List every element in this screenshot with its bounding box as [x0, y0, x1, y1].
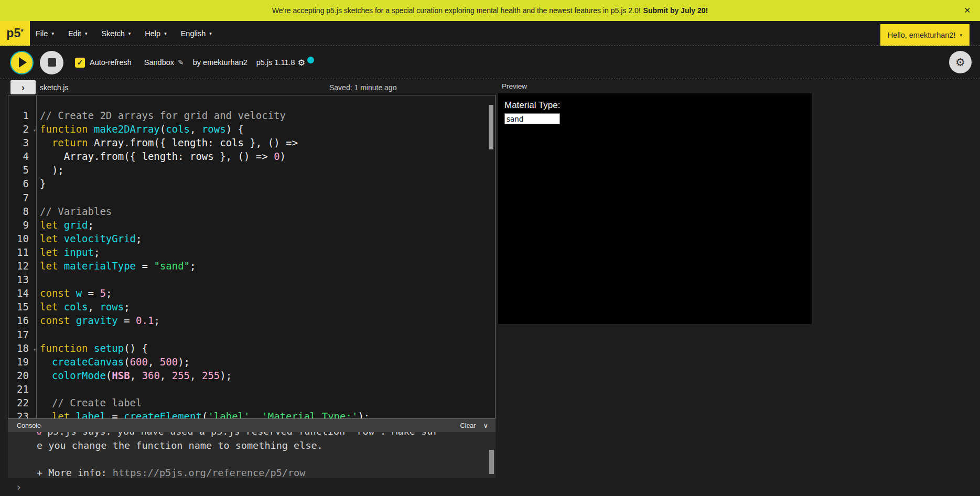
line-number: 20	[8, 369, 36, 382]
reference-link[interactable]: https://p5js.org/reference/p5/row	[113, 467, 306, 478]
chevron-down-icon: ▾	[51, 31, 54, 36]
line-number: 5	[8, 163, 36, 177]
console-message-line: + More info: https://p5js.org/reference/…	[37, 466, 496, 478]
line-number: 6	[8, 177, 36, 190]
check-icon: ✓	[77, 58, 83, 67]
p5-version: p5.js 1.11.8	[256, 58, 295, 67]
console-message-line: ✿ p5.js says: you have used a p5.js rese…	[37, 432, 496, 439]
code-line: 18▾function setup() {	[8, 341, 495, 355]
code-line: 14const w = 5;	[8, 286, 495, 300]
gear-icon: ⚙	[955, 56, 965, 69]
preview-title: Preview	[502, 82, 527, 90]
play-button[interactable]	[10, 51, 34, 74]
code-line: 5 );	[8, 163, 495, 177]
stop-icon	[48, 58, 56, 67]
code-line: 2▾function make2DArray(cols, rows) {	[8, 122, 495, 136]
chevron-down-icon: ▾	[128, 31, 131, 36]
auto-refresh-checkbox[interactable]: ✓	[75, 58, 85, 68]
line-number: 13	[8, 273, 36, 286]
line-number: 15	[8, 300, 36, 314]
code-line: 3 return Array.from({ length: cols }, ()…	[8, 136, 495, 149]
line-number: 18▾	[8, 341, 36, 355]
code-line: 16const gravity = 0.1;	[8, 314, 495, 327]
console-output[interactable]: ✿ p5.js says: you have used a p5.js rese…	[8, 432, 496, 478]
chevron-down-icon: ▾	[164, 31, 167, 36]
menu-items: File▾Edit▾Sketch▾Help▾English▾	[36, 21, 226, 46]
code-line: 20 colorMode(HSB, 360, 255, 255);	[8, 369, 495, 382]
project-owner: by emekturhan2	[193, 58, 247, 67]
code-line: 13	[8, 273, 495, 286]
chevron-down-icon: ▾	[960, 33, 962, 38]
code-line: 8// Variables	[8, 204, 495, 218]
code-line: 21	[8, 382, 495, 396]
chevron-right-icon: ›	[21, 82, 25, 93]
sketch-toolbar: ✓ Auto-refresh Sandbox ✎ by emekturhan2 …	[0, 46, 980, 79]
code-line: 4 Array.from({ length: rows }, () => 0)	[8, 149, 495, 163]
p5-logo[interactable]: p5*	[0, 21, 30, 46]
code-line: 12let materialType = "sand";	[8, 259, 495, 273]
edit-project-name-icon[interactable]: ✎	[178, 58, 184, 67]
code-line: 11let input;	[8, 245, 495, 259]
version-settings-gear-icon[interactable]: ⚙	[298, 58, 305, 68]
console-message-line: e you change the function name to someth…	[37, 439, 496, 452]
line-number: 12	[8, 259, 36, 273]
line-number: 17	[8, 328, 36, 341]
menu-item-sketch[interactable]: Sketch▾	[101, 29, 131, 38]
line-number: 7	[8, 191, 36, 204]
line-number: 14	[8, 286, 36, 300]
auto-refresh-label: Auto-refresh	[90, 58, 132, 67]
console-header: Console Clear ∨	[8, 419, 496, 432]
close-icon[interactable]: ✕	[961, 0, 974, 21]
preview-canvas: Material Type:	[498, 93, 812, 324]
console-title: Console	[17, 422, 41, 429]
code-line: 19 createCanvas(600, 500);	[8, 355, 495, 369]
chevron-down-icon: ▾	[85, 31, 88, 36]
stop-button[interactable]	[40, 51, 63, 74]
line-number: 22	[8, 396, 36, 409]
line-number: 9	[8, 218, 36, 232]
editor-scrollbar[interactable]	[489, 105, 493, 149]
line-number: 23	[8, 409, 36, 419]
line-number: 1	[8, 109, 36, 122]
console-prompt-row[interactable]: ›	[8, 478, 496, 496]
user-menu-button[interactable]: Hello, emekturhan2! ▾	[880, 24, 970, 46]
code-line: 1// Create 2D arrays for grid and veloci…	[8, 109, 495, 122]
line-number: 11	[8, 245, 36, 259]
line-number: 10	[8, 232, 36, 245]
play-icon	[19, 57, 27, 68]
line-number: 2▾	[8, 122, 36, 136]
code-line: 9let grid;	[8, 218, 495, 232]
menu-item-english[interactable]: English▾	[181, 29, 212, 38]
line-number: 4	[8, 149, 36, 163]
code-line: 17	[8, 328, 495, 341]
menu-bar: p5* File▾Edit▾Sketch▾Help▾English▾ Hello…	[0, 21, 980, 46]
line-number: 19	[8, 355, 36, 369]
project-name[interactable]: Sandbox	[144, 58, 174, 67]
saved-status: Saved: 1 minute ago	[329, 80, 396, 95]
line-number: 8	[8, 204, 36, 218]
line-number: 21	[8, 382, 36, 396]
announcement-text: We're accepting p5.js sketches for a spe…	[272, 6, 641, 15]
menu-item-help[interactable]: Help▾	[145, 29, 166, 38]
code-lines: 1// Create 2D arrays for grid and veloci…	[8, 95, 495, 419]
code-line: 10let velocityGrid;	[8, 232, 495, 245]
console-message-line	[37, 452, 496, 466]
flower-icon: ✿	[37, 432, 41, 437]
material-type-input[interactable]	[504, 113, 560, 124]
tab-sketch-js[interactable]: sketch.js	[40, 80, 68, 95]
code-editor[interactable]: 1// Create 2D arrays for grid and veloci…	[8, 95, 496, 419]
material-type-label: Material Type:	[504, 100, 560, 111]
console-collapse-icon[interactable]: ∨	[483, 422, 488, 429]
notification-dot	[307, 57, 314, 63]
console-clear-button[interactable]: Clear	[460, 422, 476, 429]
menu-item-file[interactable]: File▾	[36, 29, 54, 38]
sidebar-collapse-button[interactable]: ›	[10, 80, 36, 94]
console-scrollbar[interactable]	[489, 450, 494, 474]
line-number: 16	[8, 314, 36, 327]
announcement-deadline: Submit by July 20!	[643, 6, 708, 15]
settings-button[interactable]: ⚙	[949, 51, 972, 73]
code-line: 23 let label = createElement('label', 'M…	[8, 409, 495, 419]
code-line: 6}	[8, 177, 495, 190]
line-number: 3	[8, 136, 36, 149]
menu-item-edit[interactable]: Edit▾	[68, 29, 88, 38]
